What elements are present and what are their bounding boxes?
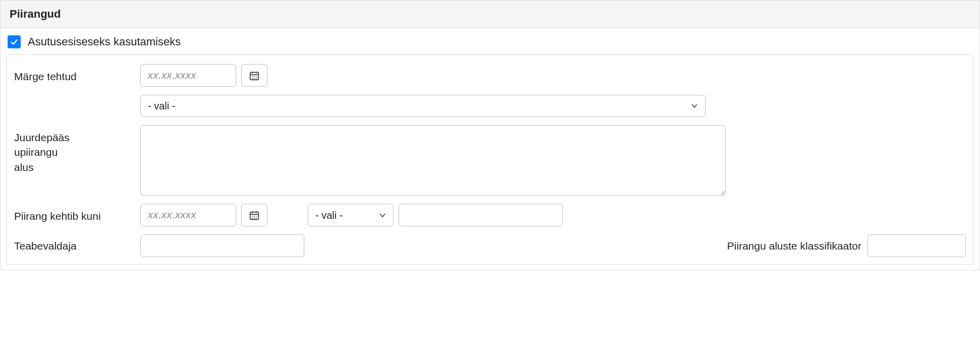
restrictions-panel: Piirangud Asutusesiseseks kasutamiseks M…: [0, 0, 980, 270]
row-marked: Märge tehtud: [14, 64, 966, 117]
svg-point-16: [256, 215, 257, 216]
valid-until-date-input[interactable]: [140, 204, 236, 226]
label-valid-until: Piirang kehtib kuni: [14, 204, 140, 223]
svg-point-15: [254, 215, 255, 216]
classifier-input[interactable]: [867, 234, 966, 257]
svg-point-9: [256, 78, 257, 79]
svg-point-14: [252, 215, 253, 216]
internal-use-row: Asutusesiseseks kasutamiseks: [7, 35, 973, 48]
calendar-icon: [249, 70, 260, 81]
svg-point-17: [252, 217, 253, 218]
marked-date-picker-button[interactable]: [241, 64, 267, 87]
check-icon: [10, 37, 19, 46]
svg-point-19: [256, 217, 257, 218]
internal-use-label: Asutusesiseseks kasutamiseks: [28, 35, 181, 48]
label-basis: Juurdepääs upiirangu alus: [14, 125, 140, 174]
svg-point-4: [252, 76, 253, 77]
valid-until-date-picker-button[interactable]: [241, 204, 267, 226]
valid-until-select[interactable]: - vali -: [308, 204, 394, 226]
controls-valid-until: - vali -: [140, 204, 705, 226]
svg-point-5: [254, 76, 255, 77]
row-bottom: Teabevaldaja Piirangu aluste klassifikaa…: [14, 234, 966, 257]
marked-date-input[interactable]: [140, 64, 236, 87]
controls-marked: - vali -: [140, 64, 705, 117]
row-basis: Juurdepääs upiirangu alus: [14, 125, 966, 196]
label-marked: Märge tehtud: [14, 64, 140, 84]
controls-basis: [140, 125, 705, 196]
marked-select[interactable]: - vali -: [140, 95, 705, 117]
svg-point-18: [254, 217, 255, 218]
internal-use-checkbox[interactable]: [8, 35, 21, 48]
panel-title: Piirangud: [1, 1, 979, 28]
holder-input[interactable]: [140, 234, 304, 257]
restrictions-fieldset: Märge tehtud: [7, 54, 973, 265]
label-holder: Teabevaldaja: [14, 238, 140, 253]
svg-point-7: [252, 78, 253, 79]
label-classifier: Piirangu aluste klassifikaator: [727, 240, 861, 252]
panel-body: Asutusesiseseks kasutamiseks Märge tehtu…: [1, 28, 979, 270]
calendar-icon: [249, 210, 260, 221]
basis-textarea[interactable]: [140, 125, 726, 196]
svg-point-6: [256, 76, 257, 77]
valid-until-extra-input[interactable]: [399, 204, 563, 226]
svg-point-8: [254, 78, 255, 79]
row-valid-until: Piirang kehtib kuni: [14, 204, 966, 226]
